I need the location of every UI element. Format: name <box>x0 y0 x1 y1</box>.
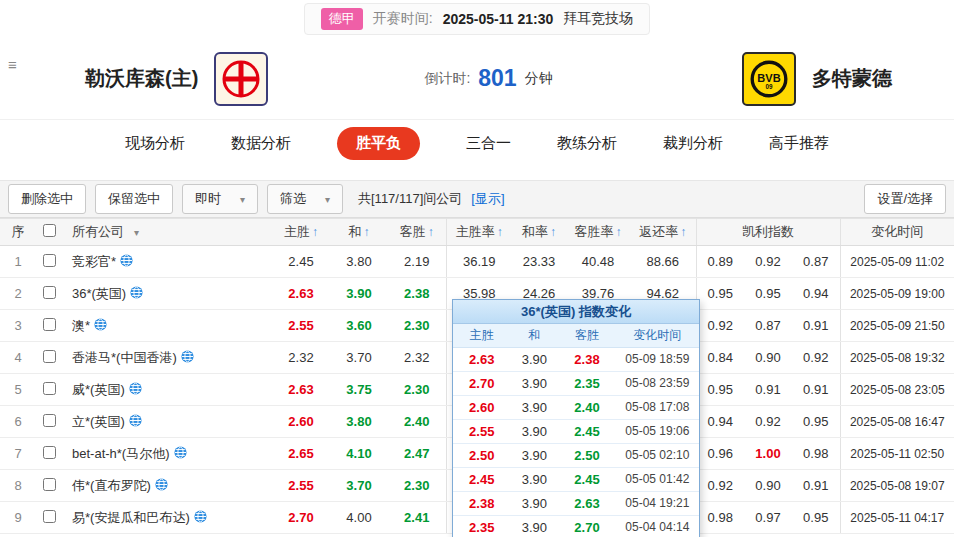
row-seq: 5 <box>0 374 36 406</box>
keep-selected-button[interactable]: 保留选中 <box>95 184 173 214</box>
nav-tab-3[interactable]: 三合一 <box>466 134 511 153</box>
show-link[interactable]: [显示] <box>471 190 504 208</box>
odds-cell[interactable]: 2.40 <box>388 406 446 438</box>
countdown-unit: 分钟 <box>525 70 553 88</box>
popup-time-cell: 05-05 01:42 <box>616 467 699 491</box>
delete-selected-button[interactable]: 删除选中 <box>8 184 86 214</box>
row-checkbox[interactable] <box>43 254 56 267</box>
sort-column-header-odds-0[interactable]: 主胜↑ <box>272 219 330 246</box>
popup-time-cell: 05-05 19:06 <box>616 419 699 443</box>
odds-cell[interactable]: 2.60 <box>272 406 330 438</box>
odds-cell[interactable]: 2.30 <box>388 470 446 502</box>
company-name: bet-at-h*(马尔他) <box>72 446 170 461</box>
row-checkbox[interactable] <box>43 446 56 459</box>
odds-cell[interactable]: 2.70 <box>272 502 330 534</box>
sort-arrow-icon[interactable]: ↑ <box>680 225 686 239</box>
odds-cell[interactable]: 3.90 <box>330 278 388 310</box>
company-cell[interactable]: 易*(安提瓜和巴布达) <box>62 502 272 534</box>
sort-column-header-rate-0[interactable]: 主胜率↑ <box>446 219 512 246</box>
odds-cell[interactable]: 3.80 <box>330 246 388 278</box>
row-checkbox[interactable] <box>43 350 56 363</box>
sort-column-header-odds-1[interactable]: 和↑ <box>330 219 388 246</box>
row-checkbox[interactable] <box>43 286 56 299</box>
company-globe-icon[interactable] <box>130 286 143 299</box>
odds-cell[interactable]: 3.60 <box>330 310 388 342</box>
select-all-checkbox[interactable] <box>43 224 56 237</box>
popup-time-cell: 05-05 02:10 <box>616 443 699 467</box>
company-globe-icon[interactable] <box>194 510 207 523</box>
kelly-cell: 0.84 <box>696 342 744 374</box>
nav-tab-2[interactable]: 胜平负 <box>337 127 420 160</box>
instant-dropdown[interactable]: 即时 ▾ <box>182 184 258 214</box>
company-name: 易*(安提瓜和巴布达) <box>72 510 190 525</box>
odds-cell[interactable]: 2.32 <box>272 342 330 374</box>
company-globe-icon[interactable] <box>120 254 133 267</box>
company-cell[interactable]: 36*(英国) <box>62 278 272 310</box>
league-badge[interactable]: 德甲 <box>321 8 363 30</box>
kelly-cell: 0.98 <box>696 502 744 534</box>
nav-tab-1[interactable]: 数据分析 <box>231 134 291 153</box>
odds-cell[interactable]: 2.63 <box>272 278 330 310</box>
sort-column-header-rate-1[interactable]: 和率↑ <box>512 219 566 246</box>
sort-column-header-rate-2[interactable]: 客胜率↑ <box>566 219 630 246</box>
company-globe-icon[interactable] <box>94 318 107 331</box>
rate-cell: 40.48 <box>566 246 630 278</box>
odds-cell[interactable]: 3.70 <box>330 470 388 502</box>
odds-cell[interactable]: 2.45 <box>272 246 330 278</box>
sort-arrow-icon[interactable]: ↑ <box>428 225 434 239</box>
row-checkbox[interactable] <box>43 510 56 523</box>
odds-cell[interactable]: 2.55 <box>272 310 330 342</box>
nav-tab-6[interactable]: 高手推荐 <box>769 134 829 153</box>
company-cell[interactable]: 澳* <box>62 310 272 342</box>
sort-arrow-icon[interactable]: ↑ <box>364 225 370 239</box>
kelly-cell: 0.95 <box>696 278 744 310</box>
filter-dropdown[interactable]: 筛选 ▾ <box>267 184 343 214</box>
odds-cell[interactable]: 2.30 <box>388 310 446 342</box>
row-checkbox[interactable] <box>43 382 56 395</box>
company-globe-icon[interactable] <box>181 350 194 363</box>
odds-cell[interactable]: 4.10 <box>330 438 388 470</box>
row-checkbox[interactable] <box>43 478 56 491</box>
odds-cell[interactable]: 3.75 <box>330 374 388 406</box>
company-globe-icon[interactable] <box>129 382 142 395</box>
menu-icon[interactable]: ≡ <box>8 56 17 73</box>
company-cell[interactable]: bet-at-h*(马尔他) <box>62 438 272 470</box>
company-globe-icon[interactable] <box>174 446 187 459</box>
odds-cell[interactable]: 2.47 <box>388 438 446 470</box>
nav-tab-0[interactable]: 现场分析 <box>125 134 185 153</box>
company-column-header[interactable]: 所有公司▾ <box>62 219 272 246</box>
popup-odds-cell: 3.90 <box>511 491 559 515</box>
company-cell[interactable]: 威*(英国) <box>62 374 272 406</box>
nav-tab-5[interactable]: 裁判分析 <box>663 134 723 153</box>
company-globe-icon[interactable] <box>155 478 168 491</box>
nav-tab-4[interactable]: 教练分析 <box>557 134 617 153</box>
odds-cell[interactable]: 2.55 <box>272 470 330 502</box>
row-checkbox[interactable] <box>43 414 56 427</box>
company-cell[interactable]: 香港马*(中国香港) <box>62 342 272 374</box>
company-filter-caret-icon[interactable]: ▾ <box>134 227 139 238</box>
odds-cell[interactable]: 3.80 <box>330 406 388 438</box>
odds-cell[interactable]: 2.65 <box>272 438 330 470</box>
sort-arrow-icon[interactable]: ↑ <box>550 225 556 239</box>
odds-cell[interactable]: 2.38 <box>388 278 446 310</box>
company-cell[interactable]: 伟*(直布罗陀) <box>62 470 272 502</box>
odds-cell[interactable]: 3.70 <box>330 342 388 374</box>
row-checkbox[interactable] <box>43 318 56 331</box>
kelly-cell: 0.87 <box>792 246 840 278</box>
company-cell[interactable]: 竞彩官* <box>62 246 272 278</box>
odds-cell[interactable]: 2.32 <box>388 342 446 374</box>
kelly-cell: 1.00 <box>744 438 792 470</box>
sort-arrow-icon[interactable]: ↑ <box>497 225 503 239</box>
sort-column-header-odds-2[interactable]: 客胜↑ <box>388 219 446 246</box>
settings-select-button[interactable]: 设置/选择 <box>864 184 946 214</box>
company-cell[interactable]: 立*(英国) <box>62 406 272 438</box>
sort-arrow-icon[interactable]: ↑ <box>616 225 622 239</box>
odds-cell[interactable]: 4.00 <box>330 502 388 534</box>
odds-cell[interactable]: 2.41 <box>388 502 446 534</box>
sort-arrow-icon[interactable]: ↑ <box>312 225 318 239</box>
odds-cell[interactable]: 2.30 <box>388 374 446 406</box>
company-globe-icon[interactable] <box>129 414 142 427</box>
odds-cell[interactable]: 2.63 <box>272 374 330 406</box>
sort-column-header-rate-3[interactable]: 返还率↑ <box>630 219 696 246</box>
odds-cell[interactable]: 2.19 <box>388 246 446 278</box>
